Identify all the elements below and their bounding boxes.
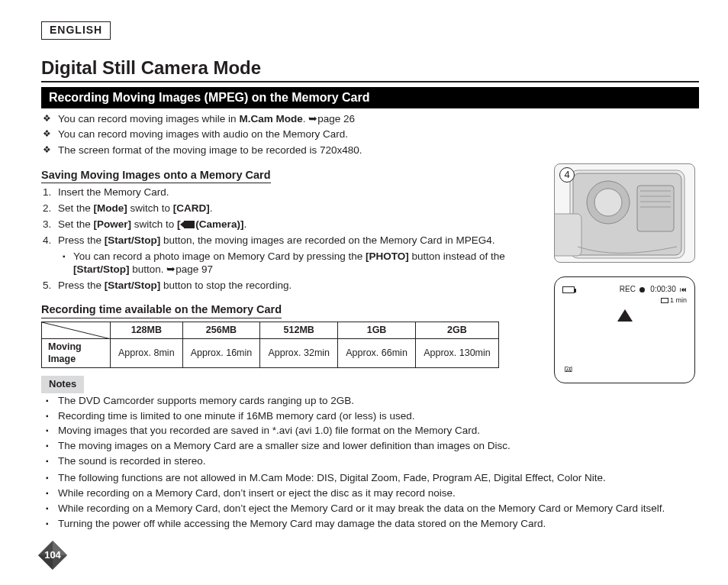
step-item: 4.Press the [Start/Stop] button, the mov… bbox=[58, 234, 536, 276]
intro-item: You can record moving images with audio … bbox=[58, 128, 699, 141]
note-item: The following functions are not allowed … bbox=[58, 472, 699, 485]
table-heading: Recording time available on the Memory C… bbox=[41, 302, 282, 318]
table-row-label: Moving Image bbox=[42, 339, 111, 368]
table-cell: Approx. 66min bbox=[338, 339, 416, 368]
notes-list-narrow: The DVD Camcorder supports memory cards … bbox=[41, 393, 536, 468]
notes-list-wide: The following functions are not allowed … bbox=[41, 470, 699, 531]
language-label: ENGLISH bbox=[41, 21, 111, 40]
note-item: The moving images on a Memory Card are a… bbox=[58, 440, 536, 453]
step-item: 2.Set the [Mode] switch to [CARD]. bbox=[58, 202, 536, 215]
note-item: While recording on a Memory Card, don’t … bbox=[58, 487, 699, 500]
camera-illustration: 4 bbox=[554, 163, 695, 263]
table-header: 2GB bbox=[415, 322, 498, 339]
camera-icon bbox=[184, 221, 195, 228]
step-item: 3.Set the [Power] switch to [ (Camera)]. bbox=[58, 218, 536, 231]
svg-rect-10 bbox=[555, 214, 581, 256]
table-cell: Approx. 32min bbox=[260, 339, 338, 368]
step-callout-number: 4 bbox=[559, 167, 575, 183]
table-header: 512MB bbox=[260, 322, 338, 339]
up-arrow-icon bbox=[617, 309, 633, 322]
svg-point-4 bbox=[594, 189, 622, 216]
note-item: The DVD Camcorder supports memory cards … bbox=[58, 395, 536, 408]
table-cell: Approx. 130min bbox=[415, 339, 498, 368]
table-header: 1GB bbox=[338, 322, 416, 339]
elapsed-time: 0:00:30 bbox=[650, 285, 675, 293]
table-cell: Approx. 16min bbox=[182, 339, 260, 368]
rec-dot-icon bbox=[639, 287, 645, 292]
remaining-time: 1 min bbox=[670, 296, 687, 304]
steps-list: 1.Insert the Memory Card. 2.Set the [Mod… bbox=[41, 183, 536, 292]
note-item: The sound is recorded in stereo. bbox=[58, 455, 536, 468]
note-item: While recording on a Memory Card, don’t … bbox=[58, 503, 699, 516]
note-item: Recording time is limited to one minute … bbox=[58, 410, 536, 423]
table-header: 128MB bbox=[111, 322, 183, 339]
saving-heading: Saving Moving Images onto a Memory Card bbox=[41, 168, 271, 183]
step-item: 5.Press the [Start/Stop] button to stop … bbox=[58, 280, 536, 292]
recording-time-table: 128MB 256MB 512MB 1GB 2GB Moving Image A… bbox=[41, 322, 499, 369]
battery-icon bbox=[562, 286, 575, 293]
step-sub-item: You can record a photo image on Memory C… bbox=[73, 250, 536, 276]
rec-label: REC bbox=[620, 285, 636, 293]
table-cell: Approx. 8min bbox=[111, 339, 183, 368]
intro-item: You can record moving images while in M.… bbox=[58, 113, 699, 126]
table-header: 256MB bbox=[182, 322, 260, 339]
page-number-badge: 104 bbox=[37, 539, 69, 571]
section-heading: Recording Moving Images (MPEG) on the Me… bbox=[41, 87, 699, 108]
svg-rect-5 bbox=[637, 186, 674, 231]
intro-list: You can record moving images while in M.… bbox=[41, 108, 699, 158]
lcd-screen-illustration: REC 0:00:30 ⏮ 1 min 🖭 bbox=[554, 276, 695, 383]
note-item: Moving images that you recorded are save… bbox=[58, 425, 536, 438]
page-title: Digital Still Camera Mode bbox=[41, 57, 699, 82]
sd-card-icon bbox=[661, 298, 668, 303]
mode-icon: 🖭 bbox=[564, 364, 573, 375]
step-item: 1.Insert the Memory Card. bbox=[58, 186, 536, 199]
notes-label: Notes bbox=[41, 376, 84, 393]
intro-item: The screen format of the moving image to… bbox=[58, 144, 699, 157]
page-number: 104 bbox=[44, 549, 61, 561]
svg-line-0 bbox=[42, 322, 110, 339]
note-item: Turning the power off while accessing th… bbox=[58, 518, 699, 531]
